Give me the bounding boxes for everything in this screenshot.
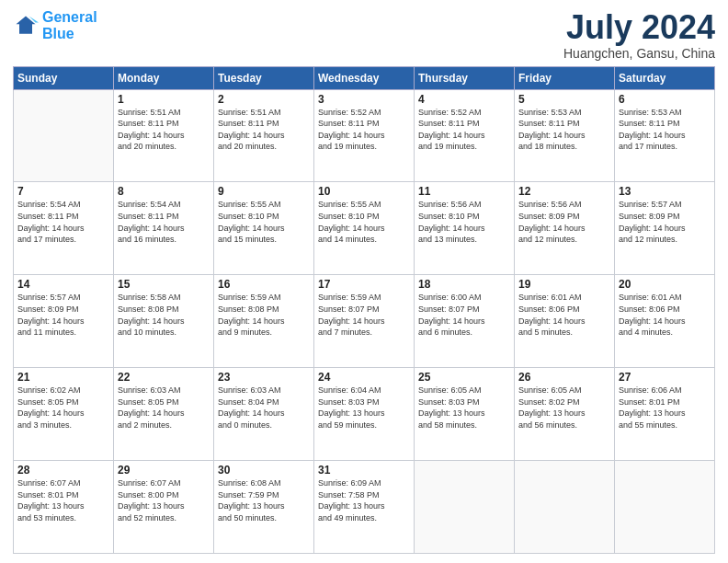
day-number: 15 bbox=[118, 278, 210, 291]
page: General Blue July 2024 Huangchen, Gansu,… bbox=[0, 0, 728, 563]
calendar-cell: 13Sunrise: 5:57 AM Sunset: 8:09 PM Dayli… bbox=[615, 182, 715, 275]
weekday-header-row: SundayMondayTuesdayWednesdayThursdayFrid… bbox=[14, 66, 715, 89]
day-info: Sunrise: 6:08 AM Sunset: 7:59 PM Dayligh… bbox=[218, 477, 310, 523]
weekday-header-sunday: Sunday bbox=[14, 66, 114, 89]
title-block: July 2024 Huangchen, Gansu, China bbox=[563, 9, 715, 61]
day-info: Sunrise: 5:52 AM Sunset: 8:11 PM Dayligh… bbox=[318, 107, 410, 153]
calendar-cell: 3Sunrise: 5:52 AM Sunset: 8:11 PM Daylig… bbox=[314, 89, 415, 182]
day-info: Sunrise: 5:52 AM Sunset: 8:11 PM Dayligh… bbox=[418, 107, 510, 153]
day-number: 13 bbox=[619, 185, 711, 198]
calendar-cell: 12Sunrise: 5:56 AM Sunset: 8:09 PM Dayli… bbox=[515, 182, 615, 275]
day-info: Sunrise: 6:06 AM Sunset: 8:01 PM Dayligh… bbox=[619, 385, 711, 431]
day-number: 28 bbox=[17, 464, 109, 477]
weekday-header-monday: Monday bbox=[114, 66, 214, 89]
day-info: Sunrise: 6:07 AM Sunset: 8:00 PM Dayligh… bbox=[118, 477, 210, 523]
day-info: Sunrise: 5:53 AM Sunset: 8:11 PM Dayligh… bbox=[518, 107, 610, 153]
day-info: Sunrise: 5:57 AM Sunset: 8:09 PM Dayligh… bbox=[619, 199, 711, 245]
day-number: 14 bbox=[17, 278, 109, 291]
calendar-cell: 17Sunrise: 5:59 AM Sunset: 8:07 PM Dayli… bbox=[314, 275, 415, 368]
day-number: 27 bbox=[619, 371, 711, 384]
weekday-header-saturday: Saturday bbox=[615, 66, 715, 89]
day-info: Sunrise: 6:05 AM Sunset: 8:03 PM Dayligh… bbox=[418, 385, 510, 431]
day-info: Sunrise: 6:03 AM Sunset: 8:04 PM Dayligh… bbox=[218, 385, 310, 431]
day-number: 21 bbox=[17, 371, 109, 384]
day-number: 4 bbox=[418, 93, 510, 106]
calendar-cell: 22Sunrise: 6:03 AM Sunset: 8:05 PM Dayli… bbox=[114, 368, 214, 461]
day-info: Sunrise: 5:57 AM Sunset: 8:09 PM Dayligh… bbox=[17, 292, 109, 338]
calendar-cell: 4Sunrise: 5:52 AM Sunset: 8:11 PM Daylig… bbox=[415, 89, 515, 182]
day-number: 7 bbox=[17, 185, 109, 198]
day-number: 10 bbox=[318, 185, 410, 198]
day-number: 9 bbox=[218, 185, 310, 198]
calendar-cell bbox=[515, 461, 615, 554]
logo-blue: Blue bbox=[42, 26, 74, 41]
day-info: Sunrise: 6:09 AM Sunset: 7:58 PM Dayligh… bbox=[318, 477, 410, 523]
calendar-cell: 28Sunrise: 6:07 AM Sunset: 8:01 PM Dayli… bbox=[14, 461, 114, 554]
day-info: Sunrise: 6:07 AM Sunset: 8:01 PM Dayligh… bbox=[17, 477, 109, 523]
logo: General Blue bbox=[13, 9, 97, 41]
day-info: Sunrise: 5:55 AM Sunset: 8:10 PM Dayligh… bbox=[318, 199, 410, 245]
day-number: 2 bbox=[218, 93, 310, 106]
day-number: 31 bbox=[318, 464, 410, 477]
day-info: Sunrise: 6:04 AM Sunset: 8:03 PM Dayligh… bbox=[318, 385, 410, 431]
day-number: 17 bbox=[318, 278, 410, 291]
calendar-cell: 5Sunrise: 5:53 AM Sunset: 8:11 PM Daylig… bbox=[515, 89, 615, 182]
day-number: 20 bbox=[619, 278, 711, 291]
day-number: 12 bbox=[518, 185, 610, 198]
calendar-cell: 10Sunrise: 5:55 AM Sunset: 8:10 PM Dayli… bbox=[314, 182, 415, 275]
day-info: Sunrise: 5:53 AM Sunset: 8:11 PM Dayligh… bbox=[619, 107, 711, 153]
logo-general: General bbox=[42, 9, 97, 25]
day-number: 1 bbox=[118, 93, 210, 106]
calendar-cell: 30Sunrise: 6:08 AM Sunset: 7:59 PM Dayli… bbox=[214, 461, 314, 554]
day-number: 11 bbox=[418, 185, 510, 198]
day-number: 25 bbox=[418, 371, 510, 384]
week-row-4: 21Sunrise: 6:02 AM Sunset: 8:05 PM Dayli… bbox=[14, 368, 715, 461]
calendar-cell: 29Sunrise: 6:07 AM Sunset: 8:00 PM Dayli… bbox=[114, 461, 214, 554]
day-info: Sunrise: 5:55 AM Sunset: 8:10 PM Dayligh… bbox=[218, 199, 310, 245]
calendar-cell: 25Sunrise: 6:05 AM Sunset: 8:03 PM Dayli… bbox=[415, 368, 515, 461]
week-row-3: 14Sunrise: 5:57 AM Sunset: 8:09 PM Dayli… bbox=[14, 275, 715, 368]
weekday-header-wednesday: Wednesday bbox=[314, 66, 415, 89]
logo-text: General Blue bbox=[42, 9, 97, 41]
calendar-title: July 2024 bbox=[563, 9, 715, 46]
calendar-cell: 7Sunrise: 5:54 AM Sunset: 8:11 PM Daylig… bbox=[14, 182, 114, 275]
day-number: 8 bbox=[118, 185, 210, 198]
day-number: 30 bbox=[218, 464, 310, 477]
calendar-cell: 6Sunrise: 5:53 AM Sunset: 8:11 PM Daylig… bbox=[615, 89, 715, 182]
day-info: Sunrise: 6:05 AM Sunset: 8:02 PM Dayligh… bbox=[518, 385, 610, 431]
day-number: 22 bbox=[118, 371, 210, 384]
day-info: Sunrise: 5:54 AM Sunset: 8:11 PM Dayligh… bbox=[118, 199, 210, 245]
day-number: 6 bbox=[619, 93, 711, 106]
weekday-header-thursday: Thursday bbox=[415, 66, 515, 89]
calendar-cell: 24Sunrise: 6:04 AM Sunset: 8:03 PM Dayli… bbox=[314, 368, 415, 461]
day-number: 19 bbox=[518, 278, 610, 291]
day-info: Sunrise: 6:02 AM Sunset: 8:05 PM Dayligh… bbox=[17, 385, 109, 431]
day-number: 18 bbox=[418, 278, 510, 291]
calendar-subtitle: Huangchen, Gansu, China bbox=[563, 46, 715, 61]
calendar-cell: 2Sunrise: 5:51 AM Sunset: 8:11 PM Daylig… bbox=[214, 89, 314, 182]
calendar-cell: 9Sunrise: 5:55 AM Sunset: 8:10 PM Daylig… bbox=[214, 182, 314, 275]
day-number: 29 bbox=[118, 464, 210, 477]
day-number: 5 bbox=[518, 93, 610, 106]
calendar-cell: 8Sunrise: 5:54 AM Sunset: 8:11 PM Daylig… bbox=[114, 182, 214, 275]
day-number: 26 bbox=[518, 371, 610, 384]
day-info: Sunrise: 5:58 AM Sunset: 8:08 PM Dayligh… bbox=[118, 292, 210, 338]
calendar-cell: 19Sunrise: 6:01 AM Sunset: 8:06 PM Dayli… bbox=[515, 275, 615, 368]
day-info: Sunrise: 6:01 AM Sunset: 8:06 PM Dayligh… bbox=[619, 292, 711, 338]
calendar-cell bbox=[415, 461, 515, 554]
calendar-cell: 26Sunrise: 6:05 AM Sunset: 8:02 PM Dayli… bbox=[515, 368, 615, 461]
calendar-cell: 15Sunrise: 5:58 AM Sunset: 8:08 PM Dayli… bbox=[114, 275, 214, 368]
weekday-header-friday: Friday bbox=[515, 66, 615, 89]
week-row-2: 7Sunrise: 5:54 AM Sunset: 8:11 PM Daylig… bbox=[14, 182, 715, 275]
calendar-cell: 21Sunrise: 6:02 AM Sunset: 8:05 PM Dayli… bbox=[14, 368, 114, 461]
calendar-cell: 23Sunrise: 6:03 AM Sunset: 8:04 PM Dayli… bbox=[214, 368, 314, 461]
day-info: Sunrise: 5:51 AM Sunset: 8:11 PM Dayligh… bbox=[218, 107, 310, 153]
day-info: Sunrise: 5:59 AM Sunset: 8:08 PM Dayligh… bbox=[218, 292, 310, 338]
calendar-cell: 11Sunrise: 5:56 AM Sunset: 8:10 PM Dayli… bbox=[415, 182, 515, 275]
calendar-cell: 1Sunrise: 5:51 AM Sunset: 8:11 PM Daylig… bbox=[114, 89, 214, 182]
day-info: Sunrise: 5:59 AM Sunset: 8:07 PM Dayligh… bbox=[318, 292, 410, 338]
day-number: 23 bbox=[218, 371, 310, 384]
day-info: Sunrise: 5:56 AM Sunset: 8:09 PM Dayligh… bbox=[518, 199, 610, 245]
week-row-5: 28Sunrise: 6:07 AM Sunset: 8:01 PM Dayli… bbox=[14, 461, 715, 554]
day-number: 3 bbox=[318, 93, 410, 106]
